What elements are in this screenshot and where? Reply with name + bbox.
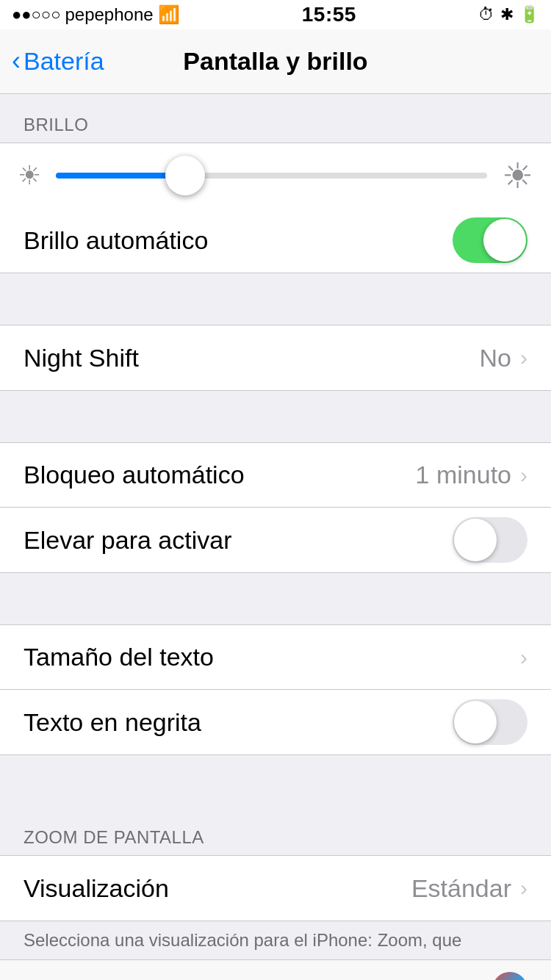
status-bar: ●●○○○ pepephone 📶 15:55 ⏱ ✱ 🔋 <box>0 0 551 29</box>
bloqueo-chevron-icon: › <box>520 463 527 488</box>
bloqueo-value: 1 minuto <box>416 461 511 489</box>
spacer-4 <box>0 755 551 807</box>
watermark-logo <box>492 972 527 980</box>
night-shift-label: Night Shift <box>24 344 139 372</box>
brightness-slider[interactable] <box>56 173 487 179</box>
visualizacion-value: Estándar <box>411 874 511 903</box>
night-shift-row[interactable]: Night Shift No › <box>0 325 551 390</box>
bluetooth-icon: ✱ <box>500 5 514 24</box>
spacer-3 <box>0 573 551 624</box>
brillo-group: ☀ ☀ Brillo automático <box>0 143 551 273</box>
tamano-right: › <box>520 645 527 670</box>
auto-brillo-toggle[interactable] <box>453 217 527 263</box>
night-shift-value: No <box>480 344 511 372</box>
toggle-thumb <box>483 219 526 262</box>
sun-large-icon: ☀ <box>502 155 533 196</box>
carrier-name: pepephone <box>65 4 153 25</box>
status-right: ⏱ ✱ 🔋 <box>478 5 539 24</box>
tamano-label: Tamaño del texto <box>24 643 214 671</box>
spacer-1 <box>0 273 551 325</box>
watermark-bar: gsmspain <box>0 959 551 980</box>
nav-bar: ‹ Batería Pantalla y brillo <box>0 29 551 94</box>
back-chevron-icon: ‹ <box>12 48 21 74</box>
back-label: Batería <box>24 47 104 76</box>
negrita-label: Texto en negrita <box>24 708 201 737</box>
tamano-chevron-icon: › <box>520 645 527 670</box>
text-group: Tamaño del texto › Texto en negrita <box>0 624 551 755</box>
elevar-toggle[interactable] <box>453 517 527 563</box>
section-header-brillo: BRILLO <box>0 94 551 143</box>
brightness-slider-row: ☀ ☀ <box>0 143 551 208</box>
wifi-icon: 📶 <box>158 4 180 25</box>
night-shift-chevron-icon: › <box>520 345 527 370</box>
auto-brillo-label: Brillo automático <box>24 226 208 255</box>
visualizacion-label: Visualización <box>24 874 169 903</box>
auto-brillo-row: Brillo automático <box>0 208 551 273</box>
night-shift-right: No › <box>480 344 527 372</box>
back-button[interactable]: ‹ Batería <box>12 47 104 76</box>
section-header-zoom: ZOOM DE PANTALLA <box>0 807 551 855</box>
status-time: 15:55 <box>302 3 356 26</box>
visualizacion-row[interactable]: Visualización Estándar › <box>0 856 551 920</box>
sun-small-icon: ☀ <box>18 160 41 191</box>
elevar-row: Elevar para activar <box>0 508 551 572</box>
page-title: Pantalla y brillo <box>183 47 367 76</box>
signal-dots: ●●○○○ <box>12 5 60 24</box>
bloqueo-label: Bloqueo automático <box>24 461 245 489</box>
night-shift-group: Night Shift No › <box>0 325 551 391</box>
tamano-row[interactable]: Tamaño del texto › <box>0 625 551 690</box>
bloqueo-row[interactable]: Bloqueo automático 1 minuto › <box>0 443 551 508</box>
slider-thumb[interactable] <box>165 156 205 195</box>
visualizacion-right: Estándar › <box>411 874 527 903</box>
elevar-label: Elevar para activar <box>24 526 231 555</box>
display-group: Bloqueo automático 1 minuto › Elevar par… <box>0 442 551 573</box>
clock-icon: ⏱ <box>478 5 494 24</box>
visualizacion-chevron-icon: › <box>520 876 527 901</box>
zoom-group: Visualización Estándar › <box>0 855 551 921</box>
status-left: ●●○○○ pepephone 📶 <box>12 4 180 25</box>
negrita-toggle[interactable] <box>453 699 527 745</box>
spacer-2 <box>0 391 551 442</box>
footer-description: Selecciona una visualización para el iPh… <box>0 921 551 959</box>
battery-icon: 🔋 <box>519 5 539 24</box>
negrita-toggle-thumb <box>454 701 497 743</box>
elevar-toggle-thumb <box>454 519 497 561</box>
bloqueo-right: 1 minuto › <box>416 461 527 489</box>
negrita-row: Texto en negrita <box>0 690 551 754</box>
